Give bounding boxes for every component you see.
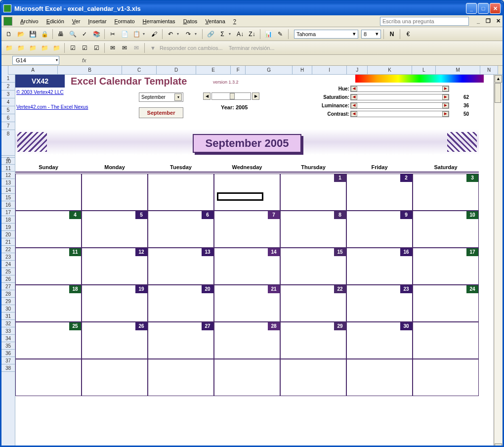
scroll-up-button[interactable]: ▲ <box>495 75 502 83</box>
row-header-31[interactable]: 31 <box>1 313 15 320</box>
row-header-25[interactable]: 25 <box>1 268 15 275</box>
row-header-38[interactable]: 38 <box>1 364 15 372</box>
sort-asc-button[interactable]: A↓ <box>235 29 246 40</box>
col-header-H[interactable]: H <box>293 66 312 74</box>
bold-button[interactable]: N <box>386 29 397 40</box>
vscroll-thumb[interactable] <box>495 83 501 103</box>
sort-desc-button[interactable]: Z↓ <box>247 29 257 40</box>
row-header-15[interactable]: 15 <box>1 194 15 201</box>
row-header-35[interactable]: 35 <box>1 342 15 350</box>
calendar-cell[interactable]: 13 <box>148 248 214 285</box>
calendar-cell[interactable]: 12 <box>82 248 148 285</box>
undo-button[interactable]: ↶ <box>165 29 176 40</box>
month-select[interactable]: September ▾ <box>139 92 183 102</box>
row-header-27[interactable]: 27 <box>1 283 15 290</box>
vertical-scrollbar[interactable]: ▲ ▼ <box>494 75 503 447</box>
name-box[interactable]: G14▾ <box>12 56 59 65</box>
menu-ventana[interactable]: Ventana <box>201 17 229 25</box>
autosum-button[interactable]: Σ <box>217 29 228 40</box>
row-header-22[interactable]: 22 <box>1 246 15 253</box>
slider-dec-button[interactable]: ◀ <box>351 86 357 91</box>
month-go-button[interactable]: September <box>139 107 183 118</box>
save-button[interactable]: 💾 <box>27 29 38 40</box>
drawing-button[interactable]: ✎ <box>275 29 286 40</box>
open-button[interactable]: 📂 <box>15 29 26 40</box>
calendar-cell[interactable]: 22 <box>280 285 346 322</box>
euro-button[interactable]: € <box>403 29 414 40</box>
copyright-link[interactable]: © 2003 Vertex42 LLC <box>16 89 64 95</box>
year-next-button[interactable]: ▶ <box>252 92 259 100</box>
row-header-8[interactable]: 8 <box>1 130 15 156</box>
row-header-24[interactable]: 24 <box>1 261 15 268</box>
permission-button[interactable]: 🔒 <box>39 29 50 40</box>
font-size-select[interactable]: 8▾ <box>361 30 381 39</box>
folder3-button[interactable]: 📁 <box>27 43 38 53</box>
row-header-36[interactable]: 36 <box>1 350 15 357</box>
vertex42-link[interactable]: Vertex42.com - The Excel Nexus <box>16 104 88 110</box>
calendar-cell[interactable]: 19 <box>82 285 148 322</box>
worksheet[interactable]: VX42 © 2003 Vertex42 LLC Vertex42.com - … <box>15 75 494 447</box>
menu-insertar[interactable]: Insertar <box>84 17 110 25</box>
calendar-cell[interactable]: 25 <box>15 322 82 359</box>
calendar-cell[interactable]: 5 <box>82 211 148 248</box>
col-header-E[interactable]: E <box>196 66 231 74</box>
font-select[interactable]: Tahoma▾ <box>294 30 358 39</box>
calendar-cell[interactable]: 3 <box>413 174 479 211</box>
review1-button[interactable]: ☑ <box>67 43 78 53</box>
slider-inc-button[interactable]: ▶ <box>442 94 449 100</box>
new-button[interactable]: 🗋 <box>3 29 14 40</box>
slider-contrast[interactable]: ◀▶ <box>350 111 449 117</box>
fx-label[interactable]: fx <box>82 57 86 63</box>
col-header-A[interactable]: A <box>8 66 58 74</box>
slider-saturation[interactable]: ◀▶ <box>350 94 449 100</box>
calendar-cell[interactable]: 2 <box>346 174 413 211</box>
calendar-cell[interactable]: 8 <box>280 211 346 248</box>
row-header-29[interactable]: 29 <box>1 298 15 305</box>
row-header-12[interactable]: 12 <box>1 172 15 179</box>
calendar-cell[interactable]: 10 <box>413 211 479 248</box>
menu-archivo[interactable]: Archivo <box>16 17 42 25</box>
row-header-26[interactable]: 26 <box>1 275 15 283</box>
row-header-4[interactable]: 4 <box>1 98 15 106</box>
copy-button[interactable]: 📄 <box>119 29 130 40</box>
col-header-G[interactable]: G <box>246 66 293 74</box>
format-painter-button[interactable]: 🖌 <box>149 29 160 40</box>
redo-dropdown[interactable]: ▾ <box>195 32 200 36</box>
calendar-cell[interactable]: 6 <box>148 211 214 248</box>
help-search-input[interactable] <box>380 17 469 26</box>
slider-inc-button[interactable]: ▶ <box>442 111 449 117</box>
chart-button[interactable]: 📊 <box>263 29 274 40</box>
calendar-cell[interactable]: 16 <box>346 248 413 285</box>
slider-luminance[interactable]: ◀▶ <box>350 102 449 109</box>
row-header-14[interactable]: 14 <box>1 186 15 194</box>
review5-button[interactable]: ✉ <box>119 43 130 53</box>
col-header-F[interactable]: F <box>231 66 246 74</box>
paste-button[interactable]: 📋 <box>131 29 142 40</box>
calendar-cell[interactable]: 29 <box>280 322 346 359</box>
col-header-B[interactable]: B <box>58 66 122 74</box>
col-header-N[interactable]: N <box>480 66 498 74</box>
calendar-cell[interactable] <box>148 174 214 211</box>
row-header-2[interactable]: 2 <box>1 83 15 90</box>
slider-dec-button[interactable]: ◀ <box>351 103 357 108</box>
calendar-cell[interactable]: 28 <box>214 322 280 359</box>
row-header-20[interactable]: 20 <box>1 231 15 238</box>
hyperlink-button[interactable]: 🔗 <box>205 29 216 40</box>
slider-dec-button[interactable]: ◀ <box>351 94 357 100</box>
folder5-button[interactable]: 📁 <box>51 43 62 53</box>
slider-hue[interactable]: ◀▶ <box>350 86 449 92</box>
row-header-23[interactable]: 23 <box>1 253 15 261</box>
doc-restore-button[interactable]: ❐ <box>485 18 492 25</box>
col-header-I[interactable]: I <box>312 66 347 74</box>
review3-button[interactable]: ☑ <box>91 43 102 53</box>
calendar-cell[interactable]: 23 <box>346 285 413 322</box>
calendar-cell[interactable] <box>148 359 214 396</box>
row-header-37[interactable]: 37 <box>1 357 15 364</box>
slider-inc-button[interactable]: ▶ <box>442 86 449 91</box>
maximize-button[interactable]: □ <box>478 3 489 14</box>
calendar-cell[interactable]: 27 <box>148 322 214 359</box>
menu-ver[interactable]: Ver <box>68 17 84 25</box>
calendar-cell[interactable]: 14 <box>214 248 280 285</box>
calendar-cell[interactable] <box>413 322 479 359</box>
autosum-dropdown[interactable]: ▾ <box>229 32 234 36</box>
